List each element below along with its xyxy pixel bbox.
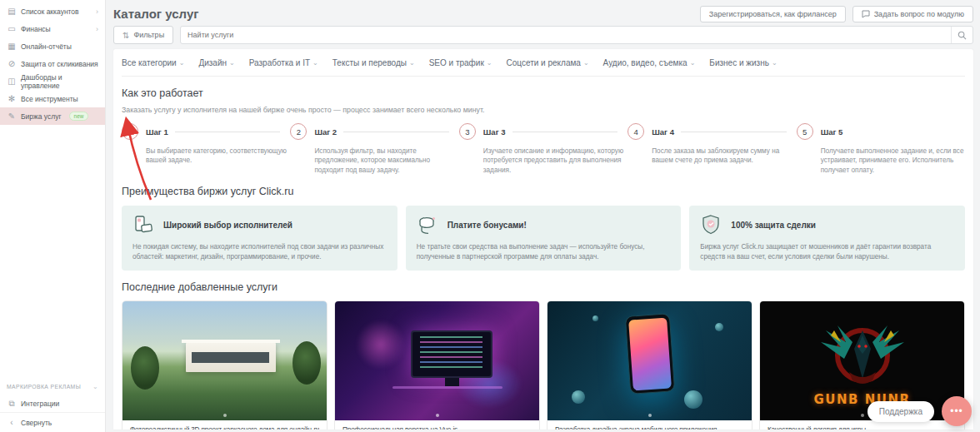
sidebar-item-integrations[interactable]: ⧉ Интеграции bbox=[0, 395, 105, 412]
category-label: Разработка и IT bbox=[249, 58, 310, 67]
benefit-description: Не тратьте свои средства на выполнение з… bbox=[417, 242, 671, 262]
chevron-down-icon: ⌄ bbox=[487, 59, 492, 67]
step-1: 1 Шаг 1 Вы выбираете категорию, соответс… bbox=[122, 123, 290, 175]
sidebar-item-accounts[interactable]: ▤ Список аккаунтов › bbox=[0, 2, 105, 20]
shield-icon bbox=[700, 214, 722, 236]
finance-icon: ▭ bbox=[7, 24, 17, 33]
step-label: Шаг 1 bbox=[146, 127, 168, 137]
sidebar-item-services-marketplace[interactable]: ✎ Биржа услуг new bbox=[0, 107, 105, 125]
carousel-dot bbox=[436, 414, 439, 417]
search-button[interactable] bbox=[951, 27, 972, 43]
category-audio-video[interactable]: Аудио, видео, съемка ⌄ bbox=[603, 58, 696, 67]
chevron-down-icon: ⌄ bbox=[92, 383, 98, 390]
step-label: Шаг 2 bbox=[314, 127, 337, 137]
step-number-circle: 2 bbox=[290, 123, 307, 140]
card-body: Фотореалистичный 3D проект каркасного до… bbox=[122, 420, 327, 430]
sidebar-item-finance[interactable]: ▭ Финансы › bbox=[0, 20, 105, 37]
step-connector-line bbox=[681, 132, 787, 132]
service-card-vue-layout[interactable]: Профессиональная верстка на Vue.js 7 000… bbox=[334, 300, 540, 430]
category-development[interactable]: Разработка и IT ⌄ bbox=[249, 58, 318, 67]
sidebar-spacer bbox=[0, 125, 105, 379]
chevron-down-icon: ⌄ bbox=[179, 59, 185, 67]
benefit-title: 100% защита сделки bbox=[731, 221, 816, 230]
chevron-left-icon: ‹ bbox=[7, 418, 17, 427]
carousel-dot bbox=[648, 414, 652, 417]
sidebar-item-dashboards[interactable]: ◫ Дашборды и управление bbox=[0, 72, 105, 90]
category-social[interactable]: Соцсети и реклама ⌄ bbox=[507, 58, 589, 67]
search-icon bbox=[958, 31, 967, 40]
support-label[interactable]: Поддержка bbox=[868, 401, 934, 422]
category-label: Бизнес и жизнь bbox=[709, 58, 769, 67]
chat-icon bbox=[862, 10, 870, 18]
category-label: Все категории bbox=[122, 58, 177, 67]
step-label: Шаг 4 bbox=[652, 127, 674, 137]
benefit-title: Платите бонусами! bbox=[448, 221, 527, 230]
step-description: Изучаете описание и информацию, которую … bbox=[483, 146, 628, 175]
accounts-icon: ▤ bbox=[7, 7, 17, 16]
sidebar-item-label: Список аккаунтов bbox=[21, 7, 79, 16]
category-label: Тексты и переводы bbox=[332, 58, 407, 67]
chevron-down-icon: ⌄ bbox=[312, 59, 318, 67]
chevron-down-icon: ⌄ bbox=[690, 59, 696, 67]
category-texts[interactable]: Тексты и переводы ⌄ bbox=[332, 58, 415, 67]
category-label: SEO и трафик bbox=[429, 58, 484, 67]
sidebar: ▤ Список аккаунтов › ▭ Финансы › ▦ Онлай… bbox=[0, 0, 106, 432]
search-input[interactable] bbox=[181, 31, 951, 39]
chevron-down-icon: ⌄ bbox=[409, 59, 415, 67]
dashboards-icon: ◫ bbox=[7, 77, 17, 86]
sidebar-item-label: Интеграции bbox=[21, 400, 59, 408]
step-label: Шаг 5 bbox=[821, 127, 843, 137]
category-seo[interactable]: SEO и трафик ⌄ bbox=[429, 58, 492, 67]
benefit-deal-protection: 100% защита сделки Биржа услуг Click.ru … bbox=[689, 206, 965, 271]
ask-question-label: Задать вопрос по модулю bbox=[874, 10, 964, 18]
new-badge: new bbox=[69, 112, 89, 121]
step-number-circle: 1 bbox=[122, 123, 138, 140]
service-title: Профессиональная верстка на Vue.js bbox=[342, 426, 532, 430]
ask-question-button[interactable]: Задать вопрос по модулю bbox=[852, 6, 973, 22]
service-image-house[interactable] bbox=[122, 301, 327, 420]
service-card-house-3d[interactable]: Фотореалистичный 3D проект каркасного до… bbox=[122, 300, 328, 430]
collapse-label: Свернуть bbox=[21, 419, 52, 427]
service-card-mobile-design[interactable]: Разработка дизайна экрана мобильного при… bbox=[547, 300, 752, 430]
sidebar-item-reports[interactable]: ▦ Онлайн-отчёты bbox=[0, 37, 105, 55]
steps-row: 1 Шаг 1 Вы выбираете категорию, соответс… bbox=[122, 123, 965, 175]
register-freelancer-button[interactable]: Зарегистрироваться, как фрилансер bbox=[700, 6, 846, 22]
step-description: После заказа мы заблокируем сумму на ваш… bbox=[652, 146, 796, 166]
step-number-circle: 4 bbox=[628, 123, 644, 140]
chevron-right-icon: › bbox=[96, 25, 98, 33]
service-title: Фотореалистичный 3D проект каркасного до… bbox=[130, 426, 319, 430]
register-freelancer-label: Зарегистрироваться, как фрилансер bbox=[709, 10, 837, 18]
benefits-row: Широкий выбор исполнителей Не покидая си… bbox=[122, 206, 965, 271]
step-label: Шаг 3 bbox=[483, 127, 506, 137]
page-title: Каталог услуг bbox=[113, 7, 199, 21]
category-design[interactable]: Дизайн ⌄ bbox=[198, 58, 234, 67]
category-all[interactable]: Все категории ⌄ bbox=[122, 58, 184, 67]
step-description: Получаете выполненное задание и, если вс… bbox=[821, 146, 965, 175]
content-panel: Все категории ⌄ Дизайн ⌄ Разработка и IT… bbox=[113, 49, 973, 430]
coins-icon bbox=[417, 214, 438, 236]
marketplace-page: ▤ Список аккаунтов › ▭ Финансы › ▦ Онлай… bbox=[0, 0, 980, 432]
support-fab-button[interactable]: ••• bbox=[942, 396, 972, 426]
reports-icon: ▦ bbox=[7, 42, 17, 51]
step-3: 3 Шаг 3 Изучаете описание и информацию, … bbox=[459, 123, 628, 175]
step-connector-line bbox=[512, 132, 618, 132]
filter-icon: ⇅ bbox=[122, 31, 129, 40]
step-number-circle: 3 bbox=[459, 123, 476, 140]
search-box bbox=[180, 26, 973, 44]
how-it-works-title: Как это работает bbox=[122, 87, 965, 99]
game-mascot-graphic bbox=[812, 320, 912, 392]
support-widget: Поддержка ••• bbox=[868, 396, 972, 426]
service-title: Разработка дизайна экрана мобильного при… bbox=[555, 426, 744, 430]
sidebar-collapse-button[interactable]: ‹ Свернуть bbox=[0, 412, 105, 432]
filters-button[interactable]: ⇅ Фильтры bbox=[113, 26, 173, 44]
category-label: Соцсети и реклама bbox=[507, 58, 581, 67]
sidebar-section-ad-labeling[interactable]: МАРКИРОВКА РЕКЛАМЫ ⌄ bbox=[0, 379, 105, 395]
service-image-phone[interactable] bbox=[548, 301, 752, 420]
category-business[interactable]: Бизнес и жизнь ⌄ bbox=[709, 58, 777, 67]
step-5: 5 Шаг 5 Получаете выполненное задание и,… bbox=[797, 123, 965, 175]
chevron-down-icon: ⌄ bbox=[772, 59, 778, 67]
sidebar-item-all-tools[interactable]: ✻ Все инструменты bbox=[0, 90, 105, 107]
service-image-vue[interactable] bbox=[335, 301, 539, 420]
card-body: Профессиональная верстка на Vue.js 7 000… bbox=[335, 420, 539, 430]
sidebar-item-click-protection[interactable]: ⊘ Защита от скликивания bbox=[0, 55, 105, 72]
